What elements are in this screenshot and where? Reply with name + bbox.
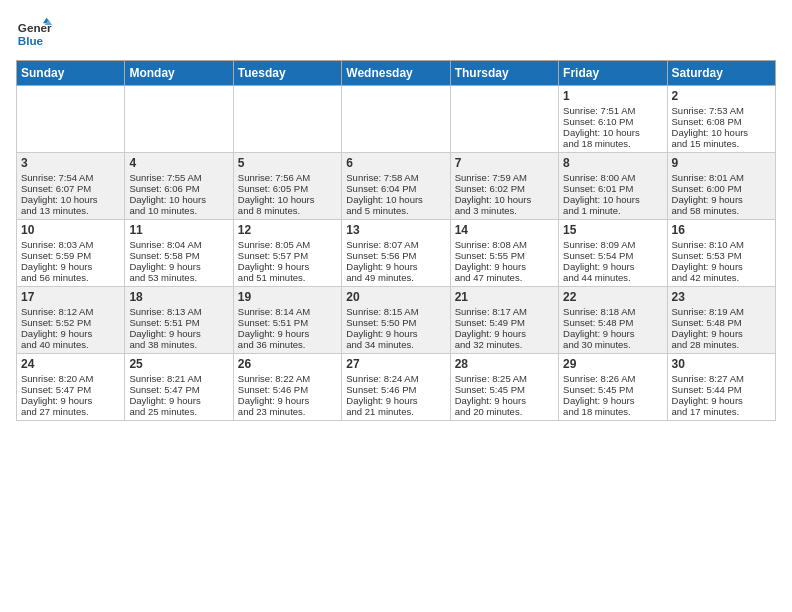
day-info: Daylight: 9 hours — [21, 261, 120, 272]
weekday-header-saturday: Saturday — [667, 61, 775, 86]
day-number: 29 — [563, 357, 662, 371]
day-info: Sunrise: 7:56 AM — [238, 172, 337, 183]
day-number: 30 — [672, 357, 771, 371]
day-info: Sunrise: 8:08 AM — [455, 239, 554, 250]
day-info: Sunrise: 7:55 AM — [129, 172, 228, 183]
day-info: Daylight: 9 hours — [672, 194, 771, 205]
week-row-1: 1Sunrise: 7:51 AMSunset: 6:10 PMDaylight… — [17, 86, 776, 153]
calendar-cell: 20Sunrise: 8:15 AMSunset: 5:50 PMDayligh… — [342, 287, 450, 354]
day-info: Sunset: 6:08 PM — [672, 116, 771, 127]
calendar-cell: 15Sunrise: 8:09 AMSunset: 5:54 PMDayligh… — [559, 220, 667, 287]
day-info: Daylight: 10 hours — [455, 194, 554, 205]
day-info: Sunrise: 8:18 AM — [563, 306, 662, 317]
day-info: Sunset: 5:49 PM — [455, 317, 554, 328]
calendar-cell — [125, 86, 233, 153]
day-info: and 44 minutes. — [563, 272, 662, 283]
day-info: Sunset: 5:53 PM — [672, 250, 771, 261]
day-info: Sunrise: 8:09 AM — [563, 239, 662, 250]
day-info: Sunset: 6:02 PM — [455, 183, 554, 194]
day-number: 10 — [21, 223, 120, 237]
day-info: Sunrise: 8:05 AM — [238, 239, 337, 250]
day-info: Sunrise: 8:24 AM — [346, 373, 445, 384]
day-info: and 20 minutes. — [455, 406, 554, 417]
day-info: Daylight: 9 hours — [238, 395, 337, 406]
day-info: Sunset: 5:57 PM — [238, 250, 337, 261]
day-info: Sunset: 5:45 PM — [563, 384, 662, 395]
day-number: 25 — [129, 357, 228, 371]
day-info: and 18 minutes. — [563, 406, 662, 417]
day-info: Sunrise: 8:17 AM — [455, 306, 554, 317]
day-info: Sunset: 5:51 PM — [238, 317, 337, 328]
day-info: and 8 minutes. — [238, 205, 337, 216]
calendar-cell: 1Sunrise: 7:51 AMSunset: 6:10 PMDaylight… — [559, 86, 667, 153]
day-number: 12 — [238, 223, 337, 237]
day-info: Daylight: 9 hours — [346, 328, 445, 339]
day-number: 3 — [21, 156, 120, 170]
calendar-cell — [450, 86, 558, 153]
day-number: 27 — [346, 357, 445, 371]
day-info: Daylight: 9 hours — [346, 261, 445, 272]
day-number: 4 — [129, 156, 228, 170]
day-number: 7 — [455, 156, 554, 170]
weekday-header-sunday: Sunday — [17, 61, 125, 86]
day-number: 11 — [129, 223, 228, 237]
day-info: Daylight: 10 hours — [21, 194, 120, 205]
day-number: 20 — [346, 290, 445, 304]
day-info: Sunset: 6:00 PM — [672, 183, 771, 194]
calendar-cell: 23Sunrise: 8:19 AMSunset: 5:48 PMDayligh… — [667, 287, 775, 354]
day-info: Daylight: 9 hours — [455, 395, 554, 406]
day-info: Sunset: 6:10 PM — [563, 116, 662, 127]
day-number: 9 — [672, 156, 771, 170]
calendar-cell: 28Sunrise: 8:25 AMSunset: 5:45 PMDayligh… — [450, 354, 558, 421]
day-info: Sunset: 5:47 PM — [21, 384, 120, 395]
calendar-cell: 2Sunrise: 7:53 AMSunset: 6:08 PMDaylight… — [667, 86, 775, 153]
calendar-cell: 6Sunrise: 7:58 AMSunset: 6:04 PMDaylight… — [342, 153, 450, 220]
day-info: Sunrise: 8:20 AM — [21, 373, 120, 384]
day-info: and 42 minutes. — [672, 272, 771, 283]
day-info: Sunrise: 7:53 AM — [672, 105, 771, 116]
calendar-cell: 18Sunrise: 8:13 AMSunset: 5:51 PMDayligh… — [125, 287, 233, 354]
calendar-cell: 16Sunrise: 8:10 AMSunset: 5:53 PMDayligh… — [667, 220, 775, 287]
day-info: Sunrise: 8:26 AM — [563, 373, 662, 384]
calendar-cell: 25Sunrise: 8:21 AMSunset: 5:47 PMDayligh… — [125, 354, 233, 421]
day-info: and 17 minutes. — [672, 406, 771, 417]
day-info: Daylight: 9 hours — [563, 328, 662, 339]
day-number: 13 — [346, 223, 445, 237]
day-info: Daylight: 10 hours — [672, 127, 771, 138]
day-info: Daylight: 9 hours — [238, 328, 337, 339]
day-info: Sunrise: 8:27 AM — [672, 373, 771, 384]
day-number: 2 — [672, 89, 771, 103]
day-info: Sunrise: 8:13 AM — [129, 306, 228, 317]
week-row-3: 10Sunrise: 8:03 AMSunset: 5:59 PMDayligh… — [17, 220, 776, 287]
day-info: Daylight: 9 hours — [21, 395, 120, 406]
day-info: Sunrise: 8:21 AM — [129, 373, 228, 384]
day-info: and 36 minutes. — [238, 339, 337, 350]
calendar-cell: 17Sunrise: 8:12 AMSunset: 5:52 PMDayligh… — [17, 287, 125, 354]
calendar-cell: 11Sunrise: 8:04 AMSunset: 5:58 PMDayligh… — [125, 220, 233, 287]
day-info: Sunset: 6:04 PM — [346, 183, 445, 194]
weekday-header-row: SundayMondayTuesdayWednesdayThursdayFrid… — [17, 61, 776, 86]
day-info: Sunrise: 7:51 AM — [563, 105, 662, 116]
day-info: Sunset: 5:55 PM — [455, 250, 554, 261]
day-info: and 10 minutes. — [129, 205, 228, 216]
calendar-cell: 30Sunrise: 8:27 AMSunset: 5:44 PMDayligh… — [667, 354, 775, 421]
day-info: and 47 minutes. — [455, 272, 554, 283]
day-number: 17 — [21, 290, 120, 304]
calendar-cell: 4Sunrise: 7:55 AMSunset: 6:06 PMDaylight… — [125, 153, 233, 220]
day-number: 6 — [346, 156, 445, 170]
logo: General Blue — [16, 16, 52, 52]
week-row-2: 3Sunrise: 7:54 AMSunset: 6:07 PMDaylight… — [17, 153, 776, 220]
calendar-cell: 29Sunrise: 8:26 AMSunset: 5:45 PMDayligh… — [559, 354, 667, 421]
day-number: 1 — [563, 89, 662, 103]
day-info: Sunrise: 8:14 AM — [238, 306, 337, 317]
day-info: and 21 minutes. — [346, 406, 445, 417]
day-info: and 56 minutes. — [21, 272, 120, 283]
calendar-table: SundayMondayTuesdayWednesdayThursdayFrid… — [16, 60, 776, 421]
day-info: Sunset: 5:54 PM — [563, 250, 662, 261]
calendar-cell: 13Sunrise: 8:07 AMSunset: 5:56 PMDayligh… — [342, 220, 450, 287]
calendar-cell — [342, 86, 450, 153]
day-info: Daylight: 10 hours — [346, 194, 445, 205]
day-info: and 3 minutes. — [455, 205, 554, 216]
day-number: 14 — [455, 223, 554, 237]
day-info: Sunrise: 8:12 AM — [21, 306, 120, 317]
